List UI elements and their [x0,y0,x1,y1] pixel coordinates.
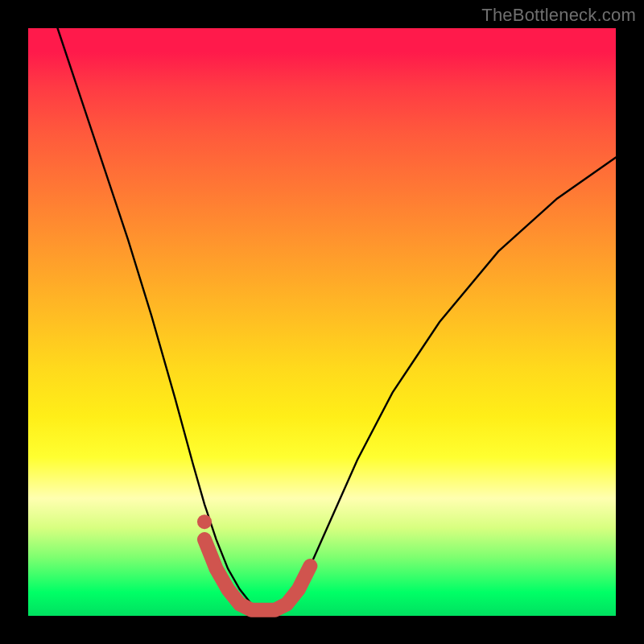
chart-frame: TheBottleneck.com [0,0,644,644]
chart-svg [28,28,616,616]
bottleneck-curve [58,28,617,610]
highlight-start-dot [197,514,212,529]
watermark-text: TheBottleneck.com [481,5,636,26]
plot-area [28,28,616,616]
